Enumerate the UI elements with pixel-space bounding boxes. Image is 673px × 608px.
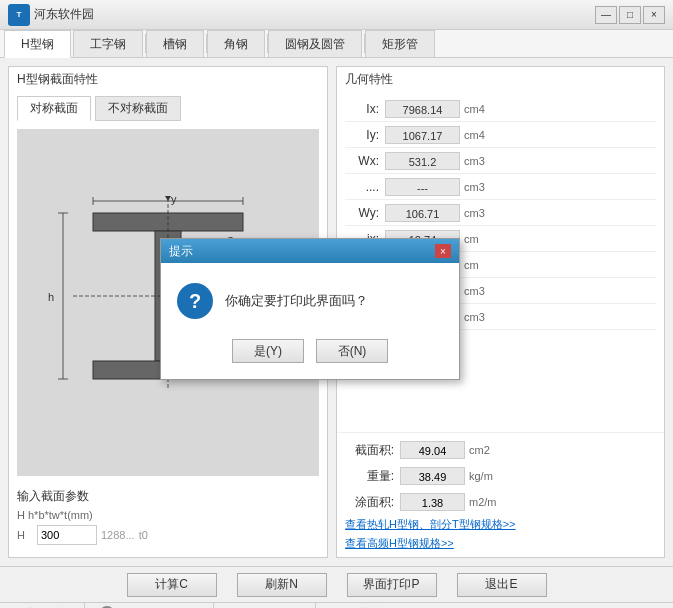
tab-channel-steel[interactable]: 槽钢 [146, 30, 204, 57]
extra-value: t0 [139, 529, 148, 541]
paint-area-label: 涂面积: [345, 494, 400, 511]
area-value: 49.04 [400, 441, 465, 459]
prop-unit-iy: cm4 [460, 129, 495, 141]
input-hint: H h*b*tw*t(mm) [17, 509, 93, 521]
weight-row: 重量: 38.49 kg/m [345, 463, 656, 489]
prop-value-iy: 1067.17 [385, 126, 460, 144]
h-label: H [17, 529, 33, 541]
minimize-button[interactable]: — [595, 6, 617, 24]
prop-row-dots: .... --- cm3 [345, 174, 656, 200]
bottom-bar: 计算C 刷新N 界面打印P 退出E [0, 566, 673, 602]
status-segment-edition: 04-04-02 Edition [222, 603, 316, 608]
main-content: H型钢截面特性 对称截面 不对称截面 y x [0, 58, 673, 566]
dialog-title-bar: 提示 × [161, 239, 459, 263]
tab-itype-steel[interactable]: 工字钢 [73, 30, 143, 57]
prop-unit-wy: cm3 [460, 207, 495, 219]
dialog-yes-button[interactable]: 是(Y) [232, 339, 304, 363]
input-hint-row: H h*b*tw*t(mm) [17, 509, 319, 521]
area-unit: cm2 [465, 444, 490, 456]
tab-asymmetric[interactable]: 不对称截面 [95, 96, 181, 121]
prop-unit-ix: cm4 [460, 103, 495, 115]
weight-value: 38.49 [400, 467, 465, 485]
area-label: 截面积: [345, 442, 400, 459]
svg-text:h: h [48, 291, 54, 303]
link-hot-rolled[interactable]: 查看热轧H型钢、剖分T型钢规格>> [345, 515, 656, 534]
weight-label: 重量: [345, 468, 400, 485]
close-button[interactable]: × [643, 6, 665, 24]
status-segment-running: 程序运行中... [8, 603, 85, 608]
dialog-message: 你确定要打印此界面吗？ [225, 292, 368, 310]
link-hf-hbeam[interactable]: 查看高频H型钢规格>> [345, 534, 656, 553]
paint-area-value: 1.38 [400, 493, 465, 511]
more-inputs-hint: 1288... [101, 529, 135, 541]
input-section-label: 输入截面参数 [17, 488, 319, 505]
app-logo: T [8, 4, 30, 26]
tab-rect-tube[interactable]: 矩形管 [365, 30, 435, 57]
prop-row-wx: Wx: 531.2 cm3 [345, 148, 656, 174]
dialog: 提示 × ? 你确定要打印此界面吗？ 是(Y) 否(N) [160, 238, 460, 380]
prop-value-ix: 7968.14 [385, 100, 460, 118]
prop-name-ix: Ix: [345, 102, 385, 116]
tab-round-steel[interactable]: 圆钢及圆管 [268, 30, 362, 57]
prop-value-wx: 531.2 [385, 152, 460, 170]
paint-area-unit: m2/m [465, 496, 497, 508]
weight-unit: kg/m [465, 470, 493, 482]
title-bar: T 河东软件园 — □ × [0, 0, 673, 30]
prop-value-dots: --- [385, 178, 460, 196]
h-input[interactable] [37, 525, 97, 545]
tab-symmetric[interactable]: 对称截面 [17, 96, 91, 121]
status-segment-datetime: ⚙ 2017-10-13 16:21 [93, 603, 214, 608]
svg-text:y: y [171, 193, 177, 205]
dialog-title-text: 提示 [169, 243, 435, 260]
right-bottom: 截面积: 49.04 cm2 重量: 38.49 kg/m 涂面积: 1.38 … [337, 432, 664, 557]
dialog-question-icon: ? [177, 283, 213, 319]
title-bar-text: 河东软件园 [34, 6, 595, 23]
tab-htype-steel[interactable]: H型钢 [4, 30, 71, 58]
prop-value-wy: 106.71 [385, 204, 460, 222]
input-section: 输入截面参数 H h*b*tw*t(mm) H 1288... t0 [9, 484, 327, 557]
exit-button[interactable]: 退出E [457, 573, 547, 597]
print-button[interactable]: 界面打印P [347, 573, 437, 597]
toolbar: H型钢 工字钢 槽钢 角钢 圆钢及圆管 矩形管 [0, 30, 673, 58]
panel-tabs: 对称截面 不对称截面 [9, 92, 327, 121]
prop-row-ix: Ix: 7968.14 cm4 [345, 96, 656, 122]
dialog-no-button[interactable]: 否(N) [316, 339, 388, 363]
title-bar-controls: — □ × [595, 6, 665, 24]
prop-unit-ix2: cm [460, 233, 495, 245]
h-input-row: H 1288... t0 [17, 525, 319, 545]
prop-unit-wx: cm3 [460, 155, 495, 167]
prop-name-iy: Iy: [345, 128, 385, 142]
prop-name-dots: .... [345, 180, 385, 194]
calculate-button[interactable]: 计算C [127, 573, 217, 597]
dialog-buttons: 是(Y) 否(N) [161, 331, 459, 379]
paint-area-row: 涂面积: 1.38 m2/m [345, 489, 656, 515]
status-segment-appname: Detail之截面特性 [324, 603, 419, 608]
prop-unit-dots: cm3 [460, 181, 495, 193]
maximize-button[interactable]: □ [619, 6, 641, 24]
right-panel-title: 几何特性 [337, 67, 664, 92]
prop-unit-iy2: cm [460, 259, 495, 271]
prop-unit-last: cm3 [460, 311, 495, 323]
prop-name-wx: Wx: [345, 154, 385, 168]
prop-name-wy: Wy: [345, 206, 385, 220]
area-row: 截面积: 49.04 cm2 [345, 437, 656, 463]
prop-row-wy: Wy: 106.71 cm3 [345, 200, 656, 226]
panel-title: H型钢截面特性 [9, 67, 327, 92]
refresh-button[interactable]: 刷新N [237, 573, 327, 597]
dialog-close-button[interactable]: × [435, 244, 451, 258]
prop-unit-ain: cm3 [460, 285, 495, 297]
prop-row-iy: Iy: 1067.17 cm4 [345, 122, 656, 148]
status-bar: 程序运行中... ⚙ 2017-10-13 16:21 04-04-02 Edi… [0, 602, 673, 608]
tab-angle-steel[interactable]: 角钢 [207, 30, 265, 57]
dialog-body: ? 你确定要打印此界面吗？ [161, 263, 459, 331]
